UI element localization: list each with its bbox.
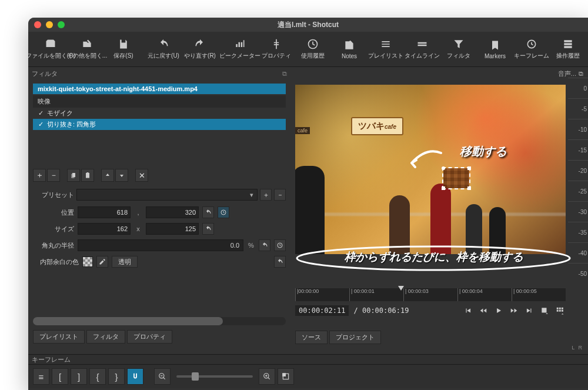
check-icon[interactable]: ✓ [38,121,44,128]
tab-playlist[interactable]: プレイリスト [33,330,85,344]
zoom-out-button[interactable] [154,368,171,385]
padding-color-label: 内部余白の色 [33,258,79,266]
kf-next-button[interactable]: } [108,368,125,385]
forward-button[interactable] [508,305,520,316]
preset-dropdown[interactable]: ▾ [76,189,258,201]
kf-set-start-button[interactable]: [ [52,368,68,385]
position-x-input[interactable] [78,206,131,218]
move-down-button[interactable] [115,169,128,182]
kf-menu-button[interactable]: ≡ [33,368,49,385]
color-swatch[interactable] [82,256,93,267]
filter-item-crop-rectangle[interactable]: ✓切り抜き: 四角形 [33,119,286,130]
keyframe-position-button[interactable] [218,206,229,218]
filter-panel: フィルタ ⧉ mixkit-quiet-tokyo-street-at-nigh… [28,67,290,354]
deselect-button[interactable]: ✕ [135,169,148,182]
eyedropper-button[interactable] [96,256,108,268]
preview-panel: 音声... ⧉ cafe ツバキcafe 移動する [290,67,588,354]
skip-start-button[interactable] [462,305,474,316]
maximize-window-button[interactable] [58,21,65,28]
scene-text: cafe [295,127,310,134]
total-timecode: / 00:00:06:19 [353,306,409,315]
tab-properties[interactable]: プロパティ [127,330,172,344]
undock-icon[interactable]: ⧉ [282,70,287,78]
minimize-window-button[interactable] [46,21,53,28]
tab-filters[interactable]: フィルタ [86,330,125,344]
keyframe-radius-button[interactable] [274,239,286,251]
filter-item-mosaic[interactable]: ✓モザイク [33,108,286,119]
size-h-input[interactable] [146,223,199,235]
reset-color-button[interactable] [274,256,286,268]
copy-button[interactable] [67,169,80,182]
horizontal-scrollbar[interactable] [33,317,286,325]
svg-rect-5 [542,308,546,312]
crop-rectangle-handle[interactable] [442,167,470,189]
redo-button[interactable]: やり直す(R) [182,33,218,66]
keyframes-button[interactable]: キーフレーム [514,33,549,66]
properties-button[interactable]: プロパティ [259,33,294,66]
filter-panel-header: フィルタ ⧉ [28,67,290,80]
rewind-button[interactable] [477,305,489,316]
peak-meter-button[interactable]: ピークメーター [222,33,258,66]
video-preview[interactable]: cafe ツバキcafe 移動する [295,85,566,254]
undock-icon[interactable]: ⧉ [579,70,583,78]
kf-set-end-button[interactable]: ] [71,368,87,385]
lr-label: L R [572,345,583,351]
history-button[interactable]: 操作履歴 [550,33,586,66]
delete-preset-button[interactable]: － [274,189,286,201]
save-button[interactable]: 保存(S) [106,33,141,66]
color-picker-button[interactable]: 透明 [112,256,138,268]
check-icon[interactable]: ✓ [38,109,44,117]
open-file-button[interactable]: ファイルを開く(O) [33,33,68,66]
close-window-button[interactable] [34,21,41,28]
zoom-dropdown[interactable] [539,305,550,316]
timeline-button[interactable]: タイムライン [405,33,440,66]
window-controls [34,21,65,28]
zoom-fit-button[interactable] [278,368,294,385]
left-tabs: プレイリスト フィルタ プロパティ [33,330,286,344]
chevron-down-icon: ▾ [250,191,253,199]
tab-project[interactable]: プロジェクト [329,331,381,344]
playhead-icon[interactable] [398,286,404,291]
tab-source[interactable]: ソース [295,331,328,344]
paste-button[interactable] [81,169,94,182]
play-button[interactable] [493,305,505,316]
transport-bar: 00:00:02:11 / 00:00:06:19 [295,305,566,316]
reset-radius-button[interactable] [259,239,270,251]
undo-button[interactable]: 元に戻す(U) [146,33,181,66]
skip-end-button[interactable] [523,305,535,316]
main-toolbar: ファイルを開く(O) その他を開く... 保存(S) 元に戻す(U) やり直す(… [28,32,588,67]
kf-prev-button[interactable]: { [89,368,106,385]
reset-size-button[interactable] [202,223,214,235]
x-separator: x [134,225,142,232]
add-filter-button[interactable]: ＋ [33,169,46,182]
notes-button[interactable]: Notes [332,33,367,66]
filters-button[interactable]: フィルタ [441,33,476,66]
zoom-in-button[interactable] [259,368,275,385]
kf-snap-button[interactable] [127,368,143,385]
audio-meter: 0 -5 -10 -15 -20 -25 -30 -35 -40 -50 [568,78,588,284]
filter-panel-title: フィルタ [32,69,58,78]
zoom-slider[interactable] [176,375,253,378]
position-y-input[interactable] [146,206,199,218]
scene-figure [295,166,325,254]
keyframe-toolbar: ≡ [ ] { } [28,365,588,388]
reset-position-button[interactable] [202,206,214,218]
open-other-button[interactable]: その他を開く... [69,33,105,66]
move-up-button[interactable] [101,169,114,182]
scrub-ruler[interactable]: |00:00:00 | 00:00:01 | 00:00:03 | 00:00:… [295,288,566,301]
markers-button[interactable]: Markers [477,33,513,66]
radius-slider[interactable]: 0.0 [78,239,243,251]
audio-panel-label: 音声... [558,69,576,78]
save-preset-button[interactable]: ＋ [260,189,272,201]
playlist-button[interactable]: プレイリスト [368,33,403,66]
position-label: 位置 [33,208,74,217]
window-title: 適当l.mlt - Shotcut [28,20,588,30]
keyframe-panel-title: キーフレーム [32,355,71,364]
clip-filename[interactable]: mixkit-quiet-tokyo-street-at-night-4451-… [33,84,286,94]
grid-dropdown[interactable] [554,305,566,316]
remove-filter-button[interactable]: － [47,169,60,182]
app-window: 適当l.mlt - Shotcut ファイルを開く(O) その他を開く... 保… [28,18,588,390]
current-timecode[interactable]: 00:00:02:11 [295,305,349,316]
size-w-input[interactable] [78,223,131,235]
recent-button[interactable]: 使用履歴 [295,33,330,66]
